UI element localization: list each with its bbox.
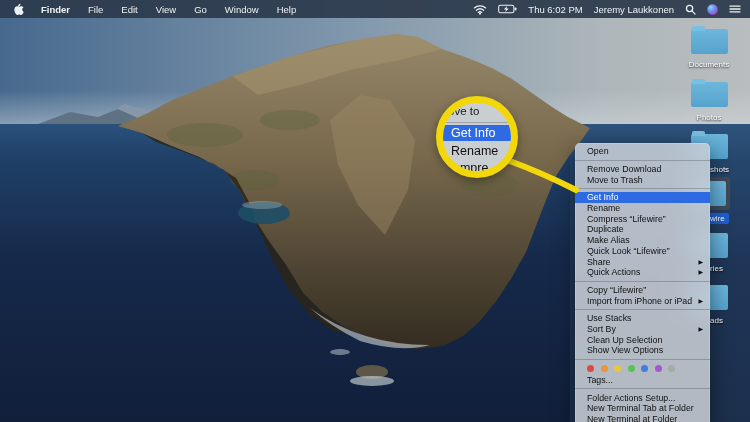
context-menu: Open Remove Download Move to Trash Get I… (575, 143, 710, 422)
menubar-menu-file[interactable]: File (79, 0, 112, 18)
menubar-menu-edit[interactable]: Edit (112, 0, 146, 18)
menu-item-get-info[interactable]: Get Info (575, 192, 710, 203)
menubar-menu-window[interactable]: Window (216, 0, 268, 18)
desktop-icon-documents[interactable]: Documents (685, 29, 733, 69)
battery-icon[interactable] (498, 4, 517, 14)
desktop-icon-label: Photos (697, 113, 722, 122)
apple-menu[interactable] (0, 0, 32, 18)
submenu-arrow-icon: ▶ (698, 298, 703, 304)
submenu-arrow-icon: ▶ (698, 259, 703, 265)
menubar-menu-go[interactable]: Go (185, 0, 216, 18)
menu-item-label: Sort By (587, 324, 616, 334)
menubar-user[interactable]: Jeremy Laukkonen (594, 4, 674, 15)
menu-item-rename[interactable]: Rename (575, 203, 710, 214)
menu-item-show-view-options[interactable]: Show View Options (575, 345, 710, 356)
magnified-get-info-highlight: Get Info (439, 125, 515, 141)
menu-item-folder-actions-setup[interactable]: Folder Actions Setup... (575, 392, 710, 403)
magnified-separator (443, 122, 511, 123)
menu-item-label: Import from iPhone or iPad (587, 296, 692, 306)
tag-purple[interactable] (655, 365, 662, 372)
apple-logo-icon (13, 3, 24, 16)
menu-item-use-stacks[interactable]: Use Stacks (575, 313, 710, 324)
menu-separator (575, 359, 710, 360)
menu-item-quick-actions[interactable]: Quick Actions ▶ (575, 267, 710, 278)
menu-item-make-alias[interactable]: Make Alias (575, 235, 710, 246)
desktop: Finder File Edit View Go Window Help (0, 0, 750, 422)
menu-item-import-from-iphone[interactable]: Import from iPhone or iPad ▶ (575, 295, 710, 306)
menu-separator (575, 309, 710, 310)
submenu-arrow-icon: ▶ (698, 269, 703, 275)
spotlight-search-icon[interactable] (685, 4, 696, 15)
desktop-icon-label: ads (710, 316, 723, 325)
menu-item-compress[interactable]: Compress “Lifewire” (575, 213, 710, 224)
menu-separator (575, 160, 710, 161)
menu-item-clean-up-selection[interactable]: Clean Up Selection (575, 334, 710, 345)
callout-magnifier: ove to Get Info Rename ompre (436, 96, 518, 178)
magnified-partial-text: ove to (448, 105, 479, 117)
magnified-rename-text: Rename (451, 144, 498, 158)
menu-item-label: Share (587, 257, 610, 267)
tag-red[interactable] (587, 365, 594, 372)
notification-center-icon[interactable] (729, 4, 741, 14)
menu-separator (575, 188, 710, 189)
menubar-menu-view[interactable]: View (147, 0, 185, 18)
menu-item-duplicate[interactable]: Duplicate (575, 224, 710, 235)
menu-item-copy[interactable]: Copy “Lifewire” (575, 285, 710, 296)
siri-icon[interactable] (707, 4, 718, 15)
tag-blue[interactable] (641, 365, 648, 372)
tag-green[interactable] (628, 365, 635, 372)
tag-yellow[interactable] (614, 365, 621, 372)
menubar-app-name[interactable]: Finder (32, 0, 79, 18)
desktop-icon-label: ries (710, 264, 723, 273)
submenu-arrow-icon: ▶ (698, 326, 703, 332)
menu-item-tags[interactable]: Tags... (575, 375, 710, 386)
menu-item-sort-by[interactable]: Sort By ▶ (575, 324, 710, 335)
menu-item-new-terminal-tab[interactable]: New Terminal Tab at Folder (575, 403, 710, 414)
menu-bar: Finder File Edit View Go Window Help (0, 0, 750, 18)
menu-separator (575, 388, 710, 389)
menu-item-move-to-trash[interactable]: Move to Trash (575, 174, 710, 185)
desktop-icon-photos[interactable]: Photos (685, 82, 733, 122)
desktop-icon-label: Documents (689, 60, 729, 69)
folder-icon (691, 29, 728, 54)
menu-separator (575, 281, 710, 282)
wifi-icon[interactable] (473, 4, 487, 15)
menu-item-remove-download[interactable]: Remove Download (575, 164, 710, 175)
menubar-menu-help[interactable]: Help (268, 0, 306, 18)
desktop-icon-label: shots (710, 165, 729, 174)
menu-item-open[interactable]: Open (575, 146, 710, 157)
magnified-partial-text: ompre (453, 161, 488, 175)
menu-item-new-terminal[interactable]: New Terminal at Folder (575, 414, 710, 422)
folder-icon (691, 82, 728, 107)
tag-gray[interactable] (668, 365, 675, 372)
menubar-clock[interactable]: Thu 6:02 PM (528, 4, 582, 15)
tag-orange[interactable] (601, 365, 608, 372)
menu-item-share[interactable]: Share ▶ (575, 256, 710, 267)
menu-item-quick-look[interactable]: Quick Look “Lifewire” (575, 246, 710, 257)
tag-color-row (575, 363, 710, 375)
menu-item-label: Quick Actions (587, 267, 640, 277)
